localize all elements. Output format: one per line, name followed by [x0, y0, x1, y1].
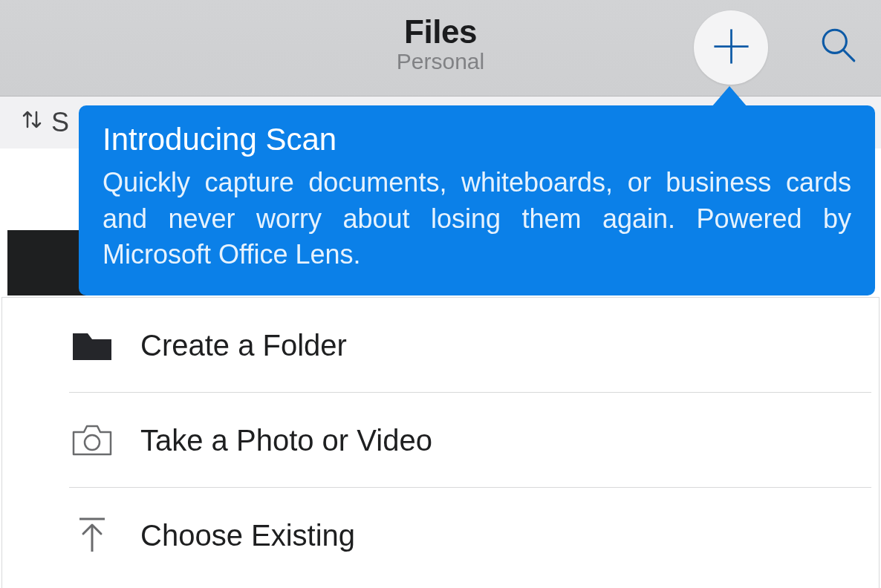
sort-label-fragment: S	[51, 107, 69, 138]
app-header: Files Personal	[0, 0, 881, 97]
upload-arrow-icon	[71, 516, 114, 555]
search-icon	[819, 26, 858, 68]
folder-icon	[71, 329, 114, 362]
plus-icon	[711, 26, 752, 70]
header-center: Files Personal	[397, 13, 484, 74]
search-button[interactable]	[818, 26, 859, 67]
page-title: Files	[397, 13, 484, 50]
action-sheet: Create a Folder Take a Photo or Video Ch…	[1, 297, 880, 588]
scan-intro-tooltip[interactable]: Introducing Scan Quickly capture documen…	[79, 105, 875, 295]
menu-label: Take a Photo or Video	[140, 424, 432, 457]
sort-control[interactable]: S	[19, 106, 69, 140]
menu-label: Create a Folder	[140, 329, 347, 362]
menu-item-choose-existing[interactable]: Choose Existing	[2, 488, 879, 583]
menu-label: Choose Existing	[140, 519, 355, 552]
svg-line-3	[843, 50, 854, 61]
sort-arrows-icon	[19, 106, 51, 140]
menu-item-take-photo[interactable]: Take a Photo or Video	[2, 393, 879, 488]
menu-item-create-folder[interactable]: Create a Folder	[2, 298, 879, 393]
tooltip-title: Introducing Scan	[103, 122, 851, 157]
tooltip-body: Quickly capture documents, whiteboards, …	[103, 165, 851, 273]
add-button[interactable]	[694, 10, 768, 85]
svg-point-4	[85, 435, 100, 450]
camera-icon	[71, 423, 114, 457]
page-subtitle: Personal	[397, 49, 484, 74]
